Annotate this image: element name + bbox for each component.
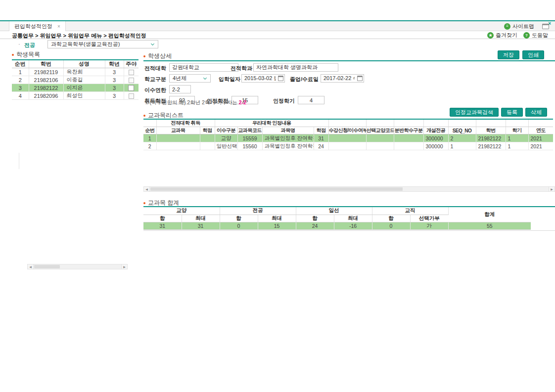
panel-divider-fragment (19, 153, 19, 169)
course-table-group-header: 전적대학 취득 우리대학 인정내용 (143, 120, 553, 127)
calendar-icon[interactable] (278, 76, 283, 81)
years-field[interactable] (169, 85, 191, 93)
form-row: 전적대학 전적학과 (143, 63, 555, 74)
course-table: 전적대학 취득 우리대학 인정내용 순번 교과목 학점 이수구분 교과목코드 과… (143, 120, 553, 150)
prev-dept-field[interactable] (253, 63, 338, 72)
student-list-title: 학생목록 (16, 50, 40, 59)
col-year: 학년 (105, 60, 124, 68)
chevron-down-icon (151, 42, 154, 45)
school-type-select[interactable]: 4년제 (169, 74, 211, 83)
graduation-date-label: 졸업/수료일 (290, 76, 319, 83)
scrollbar-thumb[interactable] (150, 187, 403, 191)
prev-univ-label: 전적대학 (144, 65, 166, 72)
student-detail-title: 학생상세 (148, 52, 172, 60)
note-highlight: 2-2 (239, 99, 246, 105)
summary-group-header: 교양 전공 일선 교직 합계 (143, 207, 531, 215)
app-window: 편입학성적인정 × ≡ 사이트맵 공통업무 > 위임업무 > 위임업무 메뉴 >… (0, 0, 555, 392)
tab-close-icon[interactable]: × (57, 24, 60, 29)
course-list-hscrollbar[interactable]: ◀ ▶ (143, 186, 555, 192)
course-summary-table-wrap: 교양 전공 일선 교직 합계 합 최대 합 최대 합 최대 합 선택가부 (143, 207, 531, 230)
table-row[interactable]: 2 21982106 이종길 3 (12, 76, 139, 84)
tab-label: 편입학성적인정 (14, 23, 52, 30)
col-daynight: 주야 (124, 60, 139, 68)
admission-date-wrap (241, 74, 285, 83)
table-row[interactable]: 1 21982119 옥찬희 3 (12, 68, 139, 76)
prev-dept-label: 전적학과 (231, 65, 252, 72)
section-bullet-icon (143, 55, 145, 57)
major-select-value: 과학교육학부(생물교육전공) (51, 41, 120, 48)
section-bullet-icon (143, 115, 145, 117)
calendar-icon[interactable] (357, 76, 363, 81)
breadcrumb-bar: 공통업무 > 위임업무 > 위임업무 메뉴 > 편입학성적인정 ★ 즐겨찾기 ?… (0, 32, 555, 39)
student-list-section: 학생목록 순번 학번 성명 학년 주야 1 21982119 옥찬희 3 2 2… (12, 51, 139, 100)
course-table-wrap: 전적대학 취득 우리대학 인정내용 순번 교과목 학점 이수구분 교과목코드 과… (143, 119, 553, 150)
star-icon: ★ (487, 32, 494, 39)
form-row: 학교구분 4년제 입학일자 졸업/수료일 (143, 74, 555, 85)
tab-bar: 편입학성적인정 × ≡ 사이트맵 (0, 21, 555, 31)
section-divider (143, 60, 555, 61)
sitemap-button[interactable]: ≡ 사이트맵 (504, 23, 534, 30)
recognized-semesters-label: 인정학기 (273, 97, 295, 105)
day-night-checkbox[interactable] (128, 85, 134, 91)
table-row[interactable]: 4 21982096 최성민 3 (12, 92, 139, 100)
favorites-label: 즐겨찾기 (496, 32, 517, 39)
tab-transfer-credit[interactable]: 편입학성적인정 × (9, 21, 66, 31)
form-row: 이수연한 (143, 85, 555, 95)
scroll-right-arrow-icon[interactable]: ▶ (549, 187, 555, 191)
breadcrumb-right: ★ 즐겨찾기 ? 도움말 (487, 32, 548, 39)
student-table: 순번 학번 성명 학년 주야 1 21982119 옥찬희 3 2 219821… (12, 60, 139, 100)
recognized-semesters-field[interactable] (298, 96, 324, 104)
total-header: 합계 (448, 207, 531, 222)
course-summary-header: 교과목 합계 (143, 199, 555, 207)
years-note: ※(이수연한의 예) 2학년 2학기 이수자는 2-2 (144, 99, 246, 106)
table-row-selected[interactable]: 3 21982122 이지은 3 (12, 84, 139, 92)
filter-bullet: · (18, 41, 20, 47)
section-bullet-icon (143, 202, 145, 204)
col-student-id: 학번 (29, 60, 63, 68)
student-detail-header: 학생상세 (143, 52, 555, 60)
major-label: 전공 (24, 42, 35, 49)
scroll-left-arrow-icon[interactable]: ◀ (144, 187, 150, 191)
scrollbar-thumb[interactable] (34, 265, 60, 268)
student-list-hscrollbar[interactable]: ◀ ▶ (27, 264, 128, 269)
graduation-date-wrap (321, 74, 364, 83)
student-table-header: 순번 학번 성명 학년 주야 (12, 60, 139, 68)
scroll-left-arrow-icon[interactable]: ◀ (28, 264, 34, 269)
course-list-header: 교과목리스트 (143, 112, 555, 119)
table-row[interactable]: 2 일반선택 15560 과목별인정후 잔여학점(일선) 24 300000 1… (143, 142, 553, 150)
major-select[interactable]: 과학교육학부(생물교육전공) (47, 40, 158, 48)
help-label: 도움말 (532, 32, 548, 39)
day-night-checkbox[interactable] (129, 78, 134, 83)
years-label: 이수연한 (144, 87, 166, 94)
summary-values-row: 31 31 0 15 24 -16 0 가 55 (143, 222, 531, 229)
chevron-down-icon (203, 76, 207, 80)
section-bullet-icon (12, 54, 14, 56)
prev-univ-field[interactable] (169, 63, 238, 72)
table-row-selected[interactable]: 1 교양 15559 과목별인정후 잔여학점(교양) 31 300000 2 2… (143, 134, 553, 142)
sitemap-icon: ≡ (504, 23, 510, 30)
sitemap-label: 사이트맵 (512, 23, 534, 30)
col-no: 순번 (12, 60, 29, 68)
admission-date-label: 입학일자 (219, 76, 240, 83)
filter-row: · 전공 과학교육학부(생물교육전공) (0, 40, 555, 49)
breadcrumb: 공통업무 > 위임업무 > 위임업무 메뉴 > 편입학성적인정 (12, 32, 146, 40)
student-list-header: 학생목록 (12, 51, 139, 58)
help-button[interactable]: ? 도움말 (523, 32, 548, 39)
favorites-button[interactable]: ★ 즐겨찾기 (487, 32, 517, 39)
course-summary-table: 교양 전공 일선 교직 합계 합 최대 합 최대 합 최대 합 선택가부 (143, 207, 531, 230)
day-night-checkbox[interactable] (129, 93, 134, 99)
school-type-label: 학교구분 (144, 76, 166, 83)
scroll-right-arrow-icon[interactable]: ▶ (121, 264, 127, 269)
tab-bar-right: ≡ 사이트맵 (504, 21, 549, 31)
course-table-header: 순번 교과목 학점 이수구분 교과목코드 과목명 학점 수강신청/이수여부 선택… (143, 127, 553, 134)
day-night-checkbox[interactable] (129, 70, 134, 75)
col-name: 성명 (63, 60, 105, 68)
question-icon: ? (523, 32, 530, 39)
summary-bottom-line (143, 230, 555, 231)
group-our-univ: 우리대학 인정내용 (215, 120, 328, 127)
close-all-windows-icon[interactable] (542, 24, 549, 29)
group-prev-univ: 전적대학 취득 (156, 120, 215, 127)
